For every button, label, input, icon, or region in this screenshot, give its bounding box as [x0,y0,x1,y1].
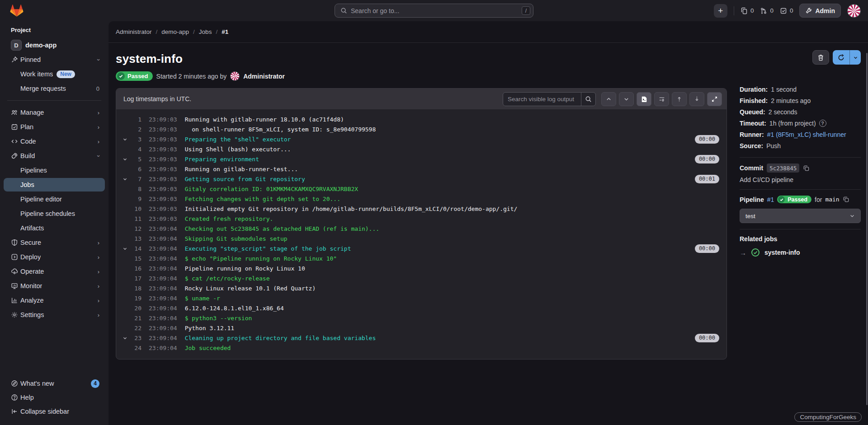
breadcrumb-jobs[interactable]: Jobs [199,28,212,35]
section-collapse-chevron-icon[interactable] [123,246,130,251]
log-line-number[interactable]: 11 [130,215,142,222]
log-line-number[interactable]: 13 [130,235,142,242]
log-line-number[interactable]: 24 [130,345,142,351]
copy-icon [843,196,849,203]
log-line-number[interactable]: 14 [130,245,142,252]
sidebar-project-demo-app[interactable]: D demo-app [4,38,105,52]
chevron-right-icon: › [98,124,99,130]
sidebar-item-pinned[interactable]: Pinned › [4,53,105,66]
log-line-number[interactable]: 16 [130,265,142,272]
log-search-button[interactable] [581,93,595,106]
sidebar-item-pipeline-editor[interactable]: Pipeline editor [4,192,105,206]
sidebar-item-whats-new[interactable]: What's new 4 [4,377,105,390]
log-line-number[interactable]: 4 [130,146,142,153]
admin-mode-button[interactable]: Admin [799,4,841,18]
log-line-number[interactable]: 7 [130,176,142,182]
sidebar-item-deploy[interactable]: Deploy › [4,250,105,264]
log-text: Running on gitlab-runner-test... [185,166,298,173]
log-line-number[interactable]: 3 [130,136,142,143]
log-line: 15 23:09:04 $ echo "Pipeline running on … [116,253,726,263]
fullscreen-button[interactable] [707,92,722,106]
sidebar-item-work-items[interactable]: Work items New [4,67,105,81]
commit-label: Commit [740,164,763,172]
sidebar-item-code[interactable]: Code › [4,135,105,148]
sidebar-item-build[interactable]: Build › [4,149,105,163]
breadcrumb-administrator[interactable]: Administrator [116,28,152,35]
sidebar-item-analyze[interactable]: Analyze › [4,294,105,307]
log-line-number[interactable]: 12 [130,225,142,232]
breadcrumb-demo-app[interactable]: demo-app [161,28,189,35]
status-badge[interactable]: Passed [116,71,153,81]
job-status-row: Passed Started 2 minutes ago by Administ… [116,71,727,81]
sidebar-item-monitor[interactable]: Monitor › [4,279,105,293]
scroll-to-top-button[interactable] [672,92,687,106]
todos-count: 0 [790,7,793,14]
copy-ref-button[interactable] [843,196,849,203]
create-new-button[interactable]: + [714,4,727,18]
show-raw-log-button[interactable] [637,92,651,106]
log-line-number[interactable]: 21 [130,315,142,322]
help-question-icon[interactable]: ? [819,120,826,127]
sidebar-item-collapse[interactable]: Collapse sidebar [4,405,105,418]
todos-counter[interactable]: 0 [780,7,793,14]
merge-requests-counter[interactable]: 0 [760,7,774,14]
log-line-number[interactable]: 22 [130,325,142,332]
log-line-number[interactable]: 9 [130,196,142,202]
log-line-number[interactable]: 23 [130,335,142,341]
trash-icon [817,54,824,61]
gitlab-logo-icon[interactable] [10,4,24,18]
commit-message[interactable]: Add CI/CD pipeline [740,176,861,183]
sidebar-item-jobs[interactable]: Jobs [4,178,105,191]
project-avatar: D [11,40,22,51]
next-match-button[interactable] [619,92,634,106]
sidebar-item-pipeline-schedules[interactable]: Pipeline schedules [4,207,105,220]
sidebar-item-merge-requests[interactable]: Merge requests 0 [4,82,105,95]
user-avatar[interactable] [847,4,861,18]
sidebar-item-operate[interactable]: Operate › [4,265,105,278]
sidebar-item-secure[interactable]: Secure › [4,236,105,249]
log-line-number[interactable]: 2 [130,126,142,133]
pipeline-status-badge[interactable]: Passed [777,196,811,203]
log-line-number[interactable]: 6 [130,166,142,173]
pipeline-ref[interactable]: main [825,196,839,203]
sidebar-item-settings[interactable]: Settings › [4,308,105,322]
commit-sha-chip[interactable]: 5c238845 [767,163,799,173]
log-line-number[interactable]: 1 [130,116,142,123]
log-line-number[interactable]: 20 [130,305,142,312]
log-line-number[interactable]: 17 [130,275,142,282]
sidebar-item-artifacts[interactable]: Artifacts [4,221,105,235]
retry-options-caret-button[interactable] [849,50,861,65]
global-search[interactable]: / [335,4,533,18]
section-collapse-chevron-icon[interactable] [123,177,130,182]
scrollbar[interactable] [866,53,868,405]
wrap-lines-button[interactable] [654,92,669,106]
log-line-number[interactable]: 19 [130,295,142,302]
previous-match-button[interactable] [601,92,616,106]
starter-name[interactable]: Administrator [243,73,285,80]
pipeline-link[interactable]: #1 [767,196,774,203]
copy-commit-sha-button[interactable] [803,165,810,172]
log-text: Preparing the "shell" executor [185,136,291,143]
log-line-number[interactable]: 18 [130,285,142,292]
starter-avatar[interactable] [230,71,240,81]
erase-job-log-button[interactable] [812,50,829,65]
global-search-input[interactable] [351,7,518,14]
log-search-input[interactable] [503,96,581,103]
sidebar-item-manage[interactable]: Manage › [4,106,105,119]
sidebar-item-plan[interactable]: Plan › [4,120,105,134]
section-collapse-chevron-icon[interactable] [123,336,130,341]
section-collapse-chevron-icon[interactable] [123,157,130,162]
log-line-number[interactable]: 5 [130,156,142,163]
related-job-link[interactable]: system-info [764,249,800,256]
log-line-number[interactable]: 8 [130,186,142,192]
section-collapse-chevron-icon[interactable] [123,137,130,142]
sidebar-item-pipelines[interactable]: Pipelines [4,163,105,177]
retry-job-button[interactable] [833,50,849,65]
issues-counter[interactable]: 0 [741,7,754,14]
sidebar-item-help[interactable]: Help [4,391,105,404]
stage-select-dropdown[interactable]: test [740,209,861,223]
log-text: $ cat /etc/rocky-release [185,275,270,282]
scroll-to-bottom-button[interactable] [689,92,704,106]
log-line-number[interactable]: 15 [130,255,142,262]
log-line-number[interactable]: 10 [130,205,142,212]
